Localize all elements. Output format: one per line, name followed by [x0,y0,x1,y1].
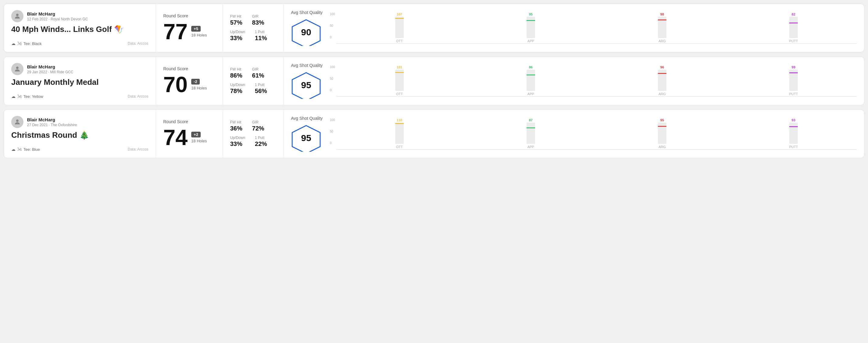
score-badge: +5 18 Holes [191,26,207,37]
quality-left: Avg Shot Quality 95 [291,63,322,99]
fw-hit-stat: FW Hit 36% [230,120,242,132]
columns-area: 110 OTT 87 APP 95 ARG [336,118,857,150]
avatar [11,63,23,75]
tee-label: Tee: Blue [23,147,40,152]
columns-area: 107 OTT 95 APP 98 ARG [336,12,857,44]
card-score: Round Score 77 +5 18 Holes [156,4,223,52]
hex-score-value: 95 [301,80,311,90]
oneputt-stat: 1 Putt 22% [255,136,267,148]
fw-hit-label: FW Hit [230,67,242,71]
bar-x-label: ARG [658,145,666,149]
bar-value-label: 98 [660,12,664,16]
score-main: 77 +5 18 Holes [163,21,215,42]
gir-stat: GIR 83% [252,14,264,26]
bar-line [789,23,798,23]
hex-score-value: 90 [301,27,311,37]
updown-value: 33% [230,35,245,42]
updown-label: Up/Down [230,30,245,34]
bar-value-label: 86 [529,65,533,69]
holes-text: 18 Holes [191,86,207,90]
cloud-icon: ☁ [11,94,16,99]
gir-label: GIR [252,14,264,19]
player-sub: 29 Jan 2022 · Mill Ride GCC [27,70,73,74]
bar-group: 99 PUTT [730,65,857,96]
score-badge: +2 18 Holes [191,132,207,143]
bar-value-label: 99 [792,65,795,69]
gir-value: 72% [252,125,264,132]
bar-background [658,70,666,91]
player-name: Blair McHarg [27,11,88,17]
y-axis: 100 50 0 [330,65,336,97]
round-title: Christmas Round 🎄 [11,130,148,140]
bar-x-label: PUTT [789,145,798,149]
bar-line [395,18,404,19]
score-label: Round Score [163,119,215,124]
bar-x-label: OTT [396,39,403,43]
svg-point-0 [16,14,19,16]
bar-line [527,20,535,21]
y-label-0: 0 [330,36,335,39]
player-sub: 12 Feb 2022 · Royal North Devon GC [27,17,88,21]
player-name: Blair McHarg [27,64,73,69]
stat-row-2: Up/Down 33% 1 Putt 11% [230,30,276,42]
hex-score-value: 95 [301,133,311,143]
card-score: Round Score 70 -2 18 Holes [156,57,223,105]
bar-background [527,70,535,91]
y-label-0: 0 [330,89,335,92]
y-label-100: 100 [330,12,335,16]
wind-icon: 🌬 [17,41,22,46]
bar-group: 93 PUTT [730,118,857,149]
y-label-50: 50 [330,77,335,80]
y-label-0: 0 [330,142,335,145]
stat-row-1: FW Hit 36% GIR 72% [230,120,276,132]
bar-background [789,17,798,38]
bar-x-label: PUTT [789,92,798,96]
wind-icon: 🌬 [17,147,22,152]
card-score: Round Score 74 +2 18 Holes [156,110,223,158]
oneputt-label: 1 Putt [255,30,267,34]
bar-chart: 100 50 0 107 OTT 95 AP [330,12,857,44]
fw-hit-stat: FW Hit 57% [230,14,242,26]
score-main: 70 -2 18 Holes [163,73,215,95]
bar-group: 98 ARG [599,12,725,43]
gir-stat: GIR 72% [252,120,264,132]
bar-chart: 100 50 0 101 OTT 86 AP [330,65,857,97]
fw-hit-value: 36% [230,125,242,132]
score-pill: +2 [191,132,201,137]
score-label: Round Score [163,13,215,18]
quality-left: Avg Shot Quality 90 [291,10,322,46]
bar-background [658,123,666,144]
avatar [11,10,23,22]
bar-background [789,123,798,144]
cloud-icon: ☁ [11,41,16,46]
tee-label: Tee: Yellow [23,94,43,99]
bar-value-label: 110 [397,118,402,122]
player-info: Blair McHarg 27 Dec 2021 · The Oxfordshi… [11,116,148,128]
bar-chart: 100 50 0 110 OTT 87 AP [330,118,857,150]
gir-label: GIR [252,120,264,124]
tee-info: ☁ 🌬 Tee: Yellow [11,94,43,99]
updown-stat: Up/Down 33% [230,30,245,42]
card-quality: Avg Shot Quality 90 100 50 0 [284,4,864,52]
tee-info: ☁ 🌬 Tee: Blue [11,147,40,152]
bar-x-label: OTT [396,92,403,96]
bar-value-label: 95 [660,118,664,122]
player-info: Blair McHarg 29 Jan 2022 · Mill Ride GCC [11,63,148,75]
quality-left: Avg Shot Quality 95 [291,116,322,152]
tee-label: Tee: Black [23,41,42,46]
bar-group: 87 APP [468,118,594,149]
round-card: Blair McHarg 29 Jan 2022 · Mill Ride GCC… [4,57,864,105]
y-label-100: 100 [330,65,335,69]
y-label-100: 100 [330,118,335,122]
card-left: Blair McHarg 12 Feb 2022 · Royal North D… [4,4,156,52]
data-source: Data: Arccos [128,147,148,151]
card-quality: Avg Shot Quality 95 100 50 0 [284,110,864,158]
hexagon: 95 [291,124,321,152]
bar-x-label: OTT [396,145,403,149]
gir-stat: GIR 61% [252,67,264,79]
oneputt-value: 22% [255,141,267,148]
oneputt-stat: 1 Putt 11% [255,30,267,42]
bar-line [789,72,798,73]
score-number: 77 [163,21,188,42]
bar-value-label: 82 [792,12,795,16]
